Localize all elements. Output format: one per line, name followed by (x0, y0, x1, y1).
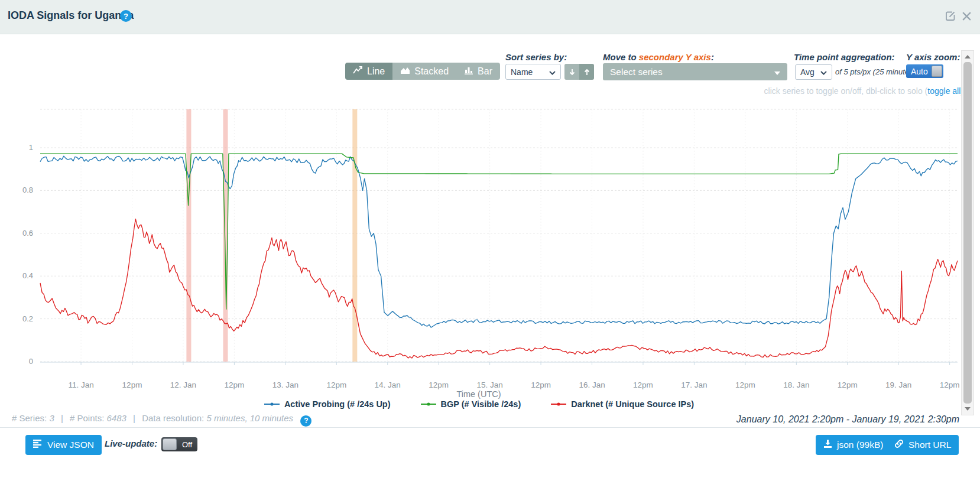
chevron-down-icon (549, 67, 556, 77)
signals-chart[interactable]: 00.20.40.60.8111. Jan12pm12. Jan12pm13. … (0, 100, 980, 402)
legend-marker (264, 401, 280, 407)
line-chart-icon (353, 66, 363, 77)
series-count-value: 3 (49, 413, 54, 423)
sort-series-select[interactable]: Name (505, 64, 561, 80)
svg-text:12pm: 12pm (429, 381, 449, 389)
view-json-button[interactable]: View JSON (25, 435, 102, 455)
date-range: January 10, 2021 2:20pm - January 19, 20… (736, 414, 959, 425)
sort-ascending-button[interactable] (579, 64, 594, 80)
live-update-toggle[interactable]: Off (161, 437, 197, 451)
chart-type-line-label: Line (367, 66, 385, 77)
svg-text:12. Jan: 12. Jan (170, 381, 196, 389)
link-icon (894, 439, 904, 451)
toggle-knob (932, 66, 942, 77)
y-axis-zoom-toggle[interactable]: Auto (906, 64, 943, 78)
series-line-0[interactable] (40, 156, 958, 327)
select-series-placeholder: Select series (610, 67, 663, 77)
aggregation-select[interactable]: Avg (795, 64, 832, 80)
secondary-axis-label: Move to secondary Y axis: (603, 52, 714, 62)
series-toggle-hint: click series to toggle on/off, dbl-click… (764, 86, 963, 96)
svg-text:12pm: 12pm (531, 381, 551, 389)
svg-text:17. Jan: 17. Jan (681, 381, 707, 389)
widget-title: IODA Signals for Uganda (8, 9, 134, 22)
sort-series-label: Sort series by: (505, 52, 567, 62)
event-band (352, 109, 357, 362)
legend-item-2[interactable]: Darknet (# Unique Source IPs) (550, 399, 694, 409)
hint-text: click series to toggle on/off, dbl-click… (764, 86, 928, 96)
event-band (186, 109, 191, 362)
legend-label: BGP (# Visible /24s) (441, 399, 521, 409)
svg-text:0.4: 0.4 (22, 271, 33, 280)
titlebar: IODA Signals for Uganda ? (0, 0, 980, 34)
svg-text:Time (UTC): Time (UTC) (456, 389, 501, 399)
toggle-all-link[interactable]: toggle all (927, 86, 960, 96)
svg-text:0.2: 0.2 (22, 314, 33, 323)
short-url-button[interactable]: Short URL (887, 435, 959, 455)
bar-chart-icon (464, 66, 473, 77)
secondary-axis-label-suffix: : (711, 52, 714, 62)
svg-text:12pm: 12pm (633, 381, 653, 389)
aggregation-label: Time point aggregation: (794, 52, 895, 62)
svg-text:0.8: 0.8 (22, 186, 33, 194)
svg-text:18. Jan: 18. Jan (783, 381, 809, 389)
sort-direction-buttons (564, 64, 594, 80)
select-series-dropdown[interactable]: Select series (603, 63, 787, 80)
chart-legend: Active Probing (# /24s Up)BGP (# Visible… (0, 399, 958, 409)
vertical-scrollbar[interactable] (961, 50, 974, 415)
chart-type-bar-button[interactable]: Bar (456, 63, 500, 80)
chart-type-stacked-button[interactable]: Stacked (392, 63, 456, 80)
svg-text:0: 0 (29, 357, 33, 366)
separator: | (133, 413, 135, 423)
y-axis-zoom-label: Y axis zoom: (906, 52, 960, 62)
svg-text:1: 1 (29, 143, 33, 152)
help-icon[interactable]: ? (120, 10, 132, 22)
list-icon (33, 440, 43, 450)
data-resolution-label: Data resolution: (142, 413, 204, 423)
legend-marker (420, 401, 437, 407)
data-resolution-value: 5 minutes, 10 minutes (206, 413, 293, 423)
svg-text:12pm: 12pm (735, 381, 755, 389)
svg-text:14. Jan: 14. Jan (375, 381, 401, 389)
svg-text:0.6: 0.6 (22, 229, 33, 238)
help-icon[interactable]: ? (300, 415, 311, 427)
download-json-button[interactable]: json (99kB) (816, 435, 891, 455)
scrollbar-down-arrow[interactable] (962, 404, 973, 414)
chart-type-line-button[interactable]: Line (345, 63, 392, 80)
series-line-1[interactable] (40, 154, 958, 309)
chevron-down-icon (820, 67, 827, 77)
edit-icon[interactable] (945, 10, 956, 22)
svg-text:12pm: 12pm (838, 381, 858, 389)
legend-label: Darknet (# Unique Source IPs) (571, 399, 694, 409)
scrollbar-thumb[interactable] (963, 62, 972, 404)
chevron-down-icon (774, 67, 780, 77)
download-icon (823, 440, 832, 451)
series-count-label: # Series: (12, 413, 47, 423)
svg-text:12pm: 12pm (225, 381, 245, 389)
stacked-area-icon (400, 66, 410, 77)
toggle-knob (163, 438, 177, 450)
live-update-state: Off (182, 440, 192, 449)
scrollbar-up-arrow[interactable] (962, 52, 973, 61)
ioda-signals-widget: IODA Signals for Uganda ? Line (0, 0, 980, 478)
legend-label: Active Probing (# /24s Up) (284, 399, 391, 409)
separator: | (61, 413, 63, 423)
secondary-axis-label-highlight: secondary Y axis (639, 52, 711, 62)
svg-text:11. Jan: 11. Jan (68, 381, 93, 389)
live-update-label: Live-update: (105, 438, 157, 448)
svg-text:16. Jan: 16. Jan (579, 381, 605, 389)
aggregation-value: Avg (800, 67, 814, 77)
legend-item-0[interactable]: Active Probing (# /24s Up) (264, 399, 391, 409)
svg-text:12pm: 12pm (326, 381, 346, 389)
series-line-2[interactable] (40, 219, 958, 358)
points-count-value: 6483 (107, 413, 126, 423)
aggregation-suffix: of 5 pts/px (25 minutes) (835, 67, 916, 76)
svg-text:12pm: 12pm (122, 381, 142, 389)
sort-descending-button[interactable] (564, 64, 579, 80)
secondary-axis-label-prefix: Move to (603, 52, 639, 62)
svg-text:13. Jan: 13. Jan (272, 381, 298, 389)
divider (0, 427, 980, 428)
legend-item-1[interactable]: BGP (# Visible /24s) (420, 399, 521, 409)
close-icon[interactable] (962, 11, 973, 23)
svg-text:12pm: 12pm (940, 381, 960, 389)
download-json-label: json (99kB) (837, 440, 883, 450)
